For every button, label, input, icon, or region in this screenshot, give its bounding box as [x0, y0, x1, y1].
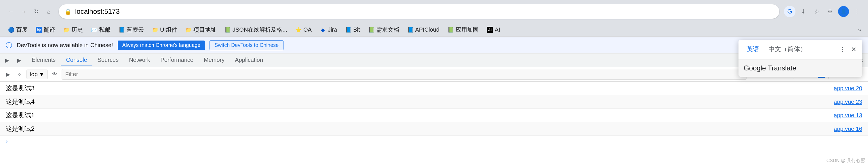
main-area: ⓘ DevTools is now available in Chinese! … — [0, 37, 868, 165]
yingyong-icon: 📗 — [447, 27, 454, 33]
bookmark-bit[interactable]: 📘 Bit — [342, 25, 363, 34]
notification-text: DevTools is now available in Chinese! — [17, 42, 113, 48]
console-toolbar: ▶ ○ top ▼ 👁 Default levels ▼ 1 Issue: 1 … — [0, 67, 868, 81]
console-row: 这是测试2 app.vue:16 — [0, 122, 868, 136]
console-row-link[interactable]: app.vue:16 — [834, 126, 862, 132]
device-toggle-button[interactable]: ▶ — [14, 56, 24, 65]
bookmark-baidu-label: 百度 — [16, 26, 28, 34]
bookmark-ui-label: UI组件 — [160, 26, 177, 34]
bookmark-button[interactable]: ☆ — [812, 6, 822, 17]
forward-button[interactable]: → — [19, 6, 29, 17]
jira-icon: ◆ — [320, 27, 326, 33]
bookmark-ai-label: AI — [495, 27, 500, 33]
tab-console[interactable]: Console — [61, 54, 92, 66]
bookmark-ui[interactable]: 📁 UI组件 — [149, 25, 181, 35]
bookmark-youjian[interactable]: ✉️ 私邮 — [88, 25, 114, 35]
tab-sources[interactable]: Sources — [92, 54, 124, 66]
translate-header-actions: ⋮ ✕ — [838, 45, 858, 54]
google-translate-popup: 英语 中文（简体） ⋮ ✕ Google Translate — [739, 40, 862, 77]
lock-icon: 🔒 — [64, 8, 72, 15]
nav-buttons: ← → ↻ ⌂ — [6, 6, 54, 17]
console-row-link[interactable]: app.vue:20 — [834, 85, 862, 92]
bookmark-oa-label: OA — [303, 27, 312, 33]
json-icon: 📗 — [224, 27, 231, 33]
console-filter-input[interactable] — [62, 69, 747, 79]
tab-application[interactable]: Application — [230, 54, 268, 66]
bookmark-translate-label: 翻译 — [44, 26, 55, 34]
inspect-element-button[interactable]: ▶ — [2, 56, 12, 65]
translate-popup-body: Google Translate — [739, 60, 862, 77]
tab-network[interactable]: Network — [124, 54, 155, 66]
info-icon: ⓘ — [6, 41, 12, 50]
translate-extension-button[interactable]: G — [784, 6, 796, 17]
bookmarks-more-button[interactable]: » — [856, 25, 863, 34]
console-eye-button[interactable]: 👁 — [50, 70, 59, 79]
translate-more-button[interactable]: ⋮ — [838, 45, 847, 54]
reload-button[interactable]: ↻ — [31, 6, 41, 17]
console-row-text: 这是测试2 — [6, 125, 34, 133]
oa-icon: ⭐ — [295, 27, 302, 33]
bookmark-xuqiu-label: 需求文档 — [376, 26, 399, 34]
console-context-selector[interactable]: top ▼ — [27, 70, 48, 79]
bookmark-yingyong[interactable]: 📗 应用加固 — [444, 25, 482, 35]
menu-button[interactable]: ⋮ — [852, 6, 862, 17]
console-row: 这是测试1 app.vue:13 — [0, 109, 868, 122]
translate-tab-chinese[interactable]: 中文（简体） — [765, 42, 810, 56]
bookmark-json-label: JSON在线解析及格... — [232, 26, 287, 34]
tab-memory[interactable]: Memory — [198, 54, 230, 66]
url-text: localhost:5173 — [75, 7, 120, 15]
console-clear-button[interactable]: ▶ — [3, 70, 13, 79]
bookmark-translate[interactable]: 译 翻译 — [32, 25, 59, 35]
youjian-icon: ✉️ — [91, 27, 97, 33]
tab-performance[interactable]: Performance — [155, 54, 199, 66]
translate-tab-english[interactable]: 英语 — [743, 42, 763, 56]
bookmarks-bar: 🔵 百度 译 翻译 📁 历史 ✉️ 私邮 📘 蓝麦云 📁 UI组件 📁 项目地址… — [0, 23, 868, 37]
bookmark-history[interactable]: 📁 历史 — [60, 25, 86, 35]
bookmark-lannayun[interactable]: 📘 蓝麦云 — [115, 25, 147, 35]
history-icon: 📁 — [63, 27, 70, 33]
download-button[interactable]: ⭳ — [798, 6, 809, 17]
bookmark-xuqiu[interactable]: 📗 需求文档 — [365, 25, 403, 35]
translate-close-button[interactable]: ✕ — [849, 45, 858, 54]
translate-icon: 译 — [36, 27, 42, 33]
bookmark-apicloud[interactable]: 📘 APICloud — [404, 25, 443, 34]
console-row-text: 这是测试3 — [6, 84, 34, 93]
extensions-button[interactable]: ⚙ — [825, 6, 835, 17]
address-bar[interactable]: 🔒 localhost:5173 — [59, 4, 779, 19]
bookmark-json[interactable]: 📗 JSON在线解析及格... — [221, 25, 291, 35]
console-block-button[interactable]: ○ — [15, 70, 24, 79]
always-match-language-button[interactable]: Always match Chrome's language — [118, 40, 205, 50]
bit-icon: 📘 — [345, 27, 351, 33]
console-row-text: 这是测试4 — [6, 97, 34, 106]
bookmark-oa[interactable]: ⭐ OA — [292, 25, 315, 34]
bookmark-baidu[interactable]: 🔵 百度 — [5, 25, 31, 35]
bookmark-apicloud-label: APICloud — [415, 27, 440, 33]
console-row-text: 这是测试1 — [6, 111, 34, 120]
project-icon: 📁 — [185, 27, 192, 33]
back-button[interactable]: ← — [6, 6, 16, 17]
devtools-tabs-bar: ▶ ▶ Elements Console Sources Network Per… — [0, 54, 868, 67]
chevron-right-icon: › — [6, 138, 8, 145]
bookmark-ai[interactable]: AI AI — [483, 25, 504, 34]
console-row-link[interactable]: app.vue:13 — [834, 112, 862, 119]
home-button[interactable]: ⌂ — [44, 6, 54, 17]
bookmark-history-label: 历史 — [71, 26, 83, 34]
bookmark-lannayun-label: 蓝麦云 — [127, 26, 144, 34]
console-content: 这是测试3 app.vue:20 这是测试4 app.vue:23 这是测试1 … — [0, 81, 868, 165]
bookmark-project[interactable]: 📁 项目地址 — [182, 25, 220, 35]
console-top-label: top — [30, 71, 38, 77]
devtools-tab-icons: ▶ ▶ — [2, 56, 24, 65]
profile-button[interactable]: 👤 — [838, 6, 849, 17]
browser-chrome: ← → ↻ ⌂ 🔒 localhost:5173 G ⭳ ☆ ⚙ 👤 ⋮ — [0, 0, 868, 23]
console-row-link[interactable]: app.vue:23 — [834, 99, 862, 105]
xuqiu-icon: 📗 — [368, 27, 374, 33]
console-expand-button[interactable]: › — [0, 136, 868, 148]
baidu-icon: 🔵 — [8, 27, 14, 33]
devtools-notification-bar: ⓘ DevTools is now available in Chinese! … — [0, 37, 868, 54]
bookmark-youjian-label: 私邮 — [99, 26, 111, 34]
switch-to-chinese-button[interactable]: Switch DevTools to Chinese — [210, 40, 283, 50]
browser-actions: G ⭳ ☆ ⚙ 👤 ⋮ — [784, 6, 862, 17]
tab-elements[interactable]: Elements — [27, 54, 61, 66]
console-row: 这是测试4 app.vue:23 — [0, 95, 868, 109]
bookmark-jira[interactable]: ◆ Jira — [316, 25, 340, 34]
